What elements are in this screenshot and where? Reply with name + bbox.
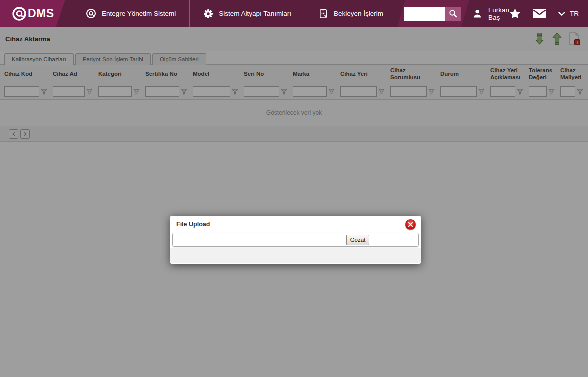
nav-item-label: Sistem Altyapı Tanımları	[219, 10, 291, 17]
language-selector[interactable]: TR	[558, 10, 579, 17]
file-row-spacer	[370, 233, 418, 246]
file-upload-dialog: File Upload Gözat	[170, 216, 421, 264]
chevron-down-icon	[558, 12, 565, 16]
page-content: Cihaz Aktarma ! Kalibrasyon CihazlarıPer…	[0, 27, 588, 377]
favorites-button[interactable]	[509, 8, 521, 19]
user-name: Furkan Baş	[488, 6, 509, 21]
envelope-icon	[533, 9, 546, 18]
nav-item-label: Entegre Yönetim Sistemi	[102, 10, 176, 17]
bottom-strip	[0, 377, 588, 380]
nav-separator	[397, 0, 397, 27]
dialog-header: File Upload	[170, 216, 421, 233]
clipboard-check-icon	[319, 8, 328, 19]
global-search	[404, 0, 461, 27]
star-icon	[509, 8, 521, 19]
user-menu[interactable]: Furkan Baş	[472, 6, 509, 21]
close-icon	[408, 222, 413, 227]
top-nav: DMS Entegre Yönetim Sistemi Sistem Altya…	[0, 0, 588, 27]
nav-item-sistem-altyapi-tanimlari[interactable]: Sistem Altyapı Tanımları	[190, 0, 305, 27]
dialog-close-button[interactable]	[405, 219, 416, 230]
messages-button[interactable]	[533, 9, 546, 18]
nav-item-entegre-yonetim-sistemi[interactable]: Entegre Yönetim Sistemi	[72, 0, 189, 27]
file-path-input[interactable]	[173, 233, 346, 246]
search-icon	[449, 9, 457, 18]
modal-overlay	[0, 27, 588, 377]
qdms-logo[interactable]: DMS	[0, 0, 65, 27]
language-code: TR	[570, 10, 579, 17]
dialog-title: File Upload	[176, 221, 210, 228]
nav-item-label: Bekleyen İşlerim	[334, 10, 383, 17]
person-icon	[472, 9, 482, 19]
search-button[interactable]	[445, 7, 461, 21]
qdms-circle-icon	[86, 8, 96, 19]
file-input-group: Gözat	[172, 233, 419, 247]
browse-button[interactable]: Gözat	[346, 235, 369, 245]
search-input[interactable]	[404, 7, 445, 21]
qdms-mark-icon	[12, 6, 27, 21]
logo-text: DMS	[28, 7, 54, 20]
gear-icon	[203, 9, 213, 19]
nav-item-bekleyen-islerim[interactable]: Bekleyen İşlerim	[305, 0, 397, 27]
dialog-footer	[170, 248, 421, 263]
